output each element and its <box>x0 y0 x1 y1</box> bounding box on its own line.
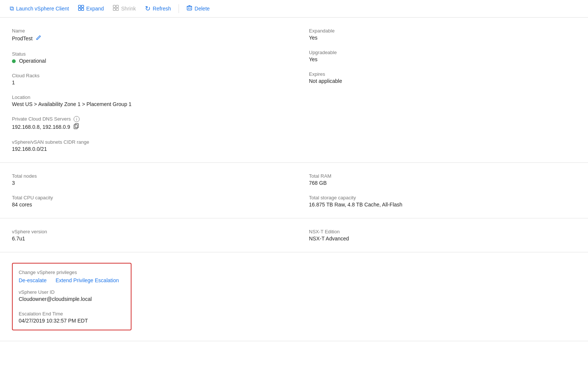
versions-grid: vSphere version 6.7u1 NSX-T Edition NSX-… <box>12 229 576 242</box>
refresh-button[interactable]: ↻ Refresh <box>141 2 175 15</box>
edit-name-icon[interactable] <box>35 35 41 42</box>
total-cpu-label: Total CPU capacity <box>12 195 279 200</box>
privilege-title: Change vSphere privileges <box>19 270 125 275</box>
nsxt-edition-field: NSX-T Edition NSX-T Advanced <box>309 229 576 242</box>
svg-rect-9 <box>75 124 78 128</box>
total-nodes-value: 3 <box>12 180 279 186</box>
location-value: West US > Availability Zone 1 > Placemen… <box>12 101 279 107</box>
section-versions: vSphere version 6.7u1 NSX-T Edition NSX-… <box>0 218 588 252</box>
svg-rect-3 <box>81 8 84 10</box>
expand-button[interactable]: Expand <box>74 3 108 15</box>
status-label: Status <box>12 51 279 57</box>
dns-row: 192.168.0.8, 192.168.0.9 <box>12 123 279 130</box>
copy-dns-icon[interactable] <box>73 123 79 130</box>
total-nodes-label: Total nodes <box>12 173 279 179</box>
total-ram-value: 768 GB <box>309 180 576 186</box>
launch-label: Launch vSphere Client <box>16 6 69 12</box>
svg-rect-8 <box>187 6 192 10</box>
svg-rect-4 <box>113 5 115 7</box>
delete-button[interactable]: Delete <box>183 3 213 15</box>
cidr-label: vSphere/vSAN subnets CIDR range <box>12 139 279 145</box>
resources-grid: Total nodes 3 Total CPU capacity 84 core… <box>12 173 576 208</box>
section-resources: Total nodes 3 Total CPU capacity 84 core… <box>0 163 588 218</box>
versions-right: NSX-T Edition NSX-T Advanced <box>294 229 576 242</box>
name-label: Name <box>12 28 279 34</box>
svg-rect-5 <box>116 5 118 7</box>
privilege-box: Change vSphere privileges De-escalate Ex… <box>12 263 131 330</box>
expandable-value: Yes <box>309 35 576 41</box>
escalation-end-value: 04/27/2019 10:32:57 PM EDT <box>19 318 125 324</box>
vsphere-version-label: vSphere version <box>12 229 279 234</box>
total-nodes-field: Total nodes 3 <box>12 173 279 186</box>
dns-label-text: Private Cloud DNS Servers <box>12 116 71 122</box>
launch-icon: ⧉ <box>10 5 14 12</box>
upgradeable-field: Upgradeable Yes <box>309 50 576 62</box>
refresh-label: Refresh <box>153 6 171 12</box>
expires-label: Expires <box>309 71 576 77</box>
svg-rect-2 <box>78 8 81 10</box>
resources-left: Total nodes 3 Total CPU capacity 84 core… <box>12 173 294 208</box>
location-field: Location West US > Availability Zone 1 >… <box>12 94 279 107</box>
versions-left: vSphere version 6.7u1 <box>12 229 294 242</box>
identity-right: Expandable Yes Upgradeable Yes Expires N… <box>294 28 576 152</box>
total-storage-value: 16.875 TB Raw, 4.8 TB Cache, All-Flash <box>309 202 576 208</box>
nsxt-edition-label: NSX-T Edition <box>309 229 576 234</box>
name-value: ProdTest <box>12 35 33 41</box>
expandable-field: Expandable Yes <box>309 28 576 41</box>
status-dot <box>12 59 16 63</box>
vsphere-version-field: vSphere version 6.7u1 <box>12 229 279 242</box>
svg-rect-10 <box>74 125 77 129</box>
upgradeable-label: Upgradeable <box>309 50 576 55</box>
expandable-label: Expandable <box>309 28 576 34</box>
total-cpu-value: 84 cores <box>12 202 279 208</box>
cloud-racks-label: Cloud Racks <box>12 73 279 78</box>
name-field: Name ProdTest <box>12 28 279 42</box>
status-value: Operational <box>12 58 279 64</box>
launch-vsphere-button[interactable]: ⧉ Launch vSphere Client <box>6 3 73 14</box>
section-privileges: Change vSphere privileges De-escalate Ex… <box>0 252 588 341</box>
refresh-icon: ↻ <box>145 4 151 13</box>
svg-rect-7 <box>116 8 118 10</box>
shrink-icon <box>113 5 119 12</box>
vsphere-user-label: vSphere User ID <box>19 289 125 295</box>
expand-label: Expand <box>86 6 104 12</box>
name-row: ProdTest <box>12 35 279 42</box>
escalation-end-label: Escalation End Time <box>19 311 125 317</box>
total-storage-label: Total storage capacity <box>309 195 576 200</box>
identity-left: Name ProdTest Status Operatio <box>12 28 294 152</box>
deescalate-link[interactable]: De-escalate <box>19 277 47 283</box>
total-ram-field: Total RAM 768 GB <box>309 173 576 186</box>
vsphere-version-value: 6.7u1 <box>12 236 279 242</box>
dns-field: Private Cloud DNS Servers i 192.168.0.8,… <box>12 116 279 130</box>
resources-right: Total RAM 768 GB Total storage capacity … <box>294 173 576 208</box>
delete-icon <box>186 5 192 12</box>
cidr-field: vSphere/vSAN subnets CIDR range 192.168.… <box>12 139 279 152</box>
location-label: Location <box>12 94 279 100</box>
vsphere-user-field: vSphere User ID Cloudowner@cloudsimple.l… <box>19 289 125 302</box>
expires-field: Expires Not applicable <box>309 71 576 84</box>
status-text: Operational <box>19 58 46 64</box>
dns-label: Private Cloud DNS Servers i <box>12 116 279 122</box>
total-storage-field: Total storage capacity 16.875 TB Raw, 4.… <box>309 195 576 208</box>
total-cpu-field: Total CPU capacity 84 cores <box>12 195 279 208</box>
cloud-racks-value: 1 <box>12 80 279 85</box>
toolbar: ⧉ Launch vSphere Client Expand Shrink ↻ … <box>0 0 588 18</box>
shrink-label: Shrink <box>121 6 136 12</box>
dns-value: 192.168.0.8, 192.168.0.9 <box>12 124 70 130</box>
cidr-value: 192.168.0.0/21 <box>12 146 279 152</box>
dns-info-icon[interactable]: i <box>74 116 80 122</box>
svg-rect-1 <box>81 5 84 7</box>
privilege-links: De-escalate Extend Privilege Escalation <box>19 277 125 283</box>
delete-label: Delete <box>195 6 210 12</box>
svg-rect-6 <box>113 8 115 10</box>
identity-grid: Name ProdTest Status Operatio <box>12 28 576 152</box>
svg-rect-0 <box>78 5 81 7</box>
escalation-end-field: Escalation End Time 04/27/2019 10:32:57 … <box>19 311 125 324</box>
vsphere-user-value: Cloudowner@cloudsimple.local <box>19 296 125 302</box>
cloud-racks-field: Cloud Racks 1 <box>12 73 279 85</box>
main-content: Name ProdTest Status Operatio <box>0 18 588 341</box>
extend-privilege-link[interactable]: Extend Privilege Escalation <box>56 277 119 283</box>
shrink-button[interactable]: Shrink <box>109 3 140 15</box>
expand-icon <box>78 5 84 12</box>
status-field: Status Operational <box>12 51 279 64</box>
